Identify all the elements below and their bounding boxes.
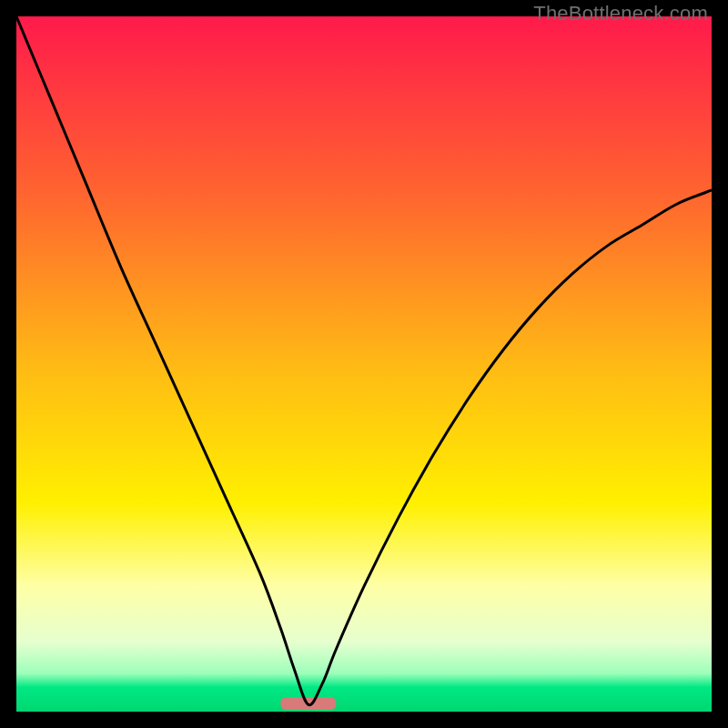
gradient-background [16,16,712,712]
bottleneck-chart [16,16,712,712]
watermark-text: TheBottleneck.com [533,2,708,25]
chart-frame [16,16,712,712]
